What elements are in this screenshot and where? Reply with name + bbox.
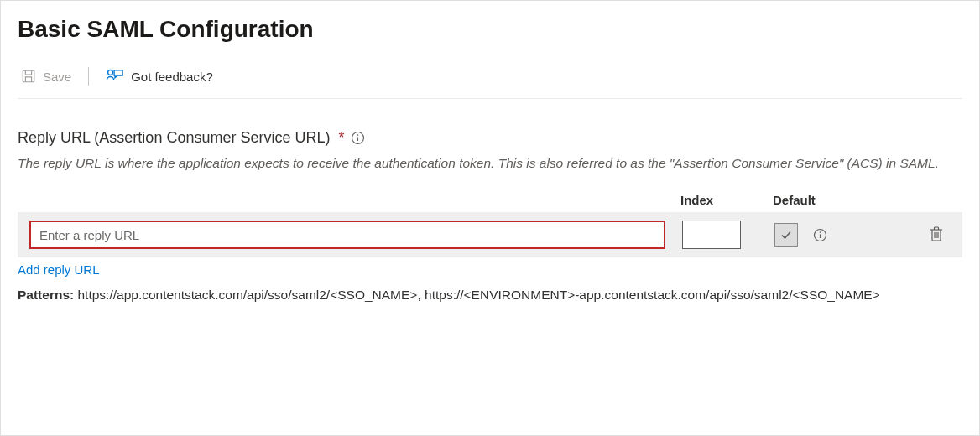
svg-point-7 xyxy=(820,231,821,233)
col-header-actions xyxy=(890,193,962,207)
required-marker: * xyxy=(338,129,344,147)
save-button[interactable]: Save xyxy=(18,67,75,86)
col-header-index: Index xyxy=(680,193,756,207)
svg-point-1 xyxy=(108,70,113,75)
col-header-url xyxy=(18,193,664,207)
default-cell xyxy=(774,223,875,247)
info-icon[interactable] xyxy=(813,228,827,242)
toolbar: Save Got feedback? xyxy=(18,66,962,99)
default-checkbox[interactable] xyxy=(774,223,798,247)
table-headers: Index Default xyxy=(18,193,962,212)
toolbar-separator xyxy=(88,67,89,86)
actions-cell xyxy=(892,222,951,248)
feedback-icon xyxy=(106,68,124,85)
col-header-default: Default xyxy=(773,193,873,207)
trash-icon xyxy=(929,226,944,242)
save-icon xyxy=(21,69,36,84)
section-heading-text: Reply URL (Assertion Consumer Service UR… xyxy=(18,129,330,147)
patterns-label: Patterns: xyxy=(18,288,74,302)
feedback-button[interactable]: Got feedback? xyxy=(102,66,216,86)
patterns-line: Patterns: https://app.contentstack.com/a… xyxy=(18,285,941,305)
feedback-label: Got feedback? xyxy=(131,70,213,84)
svg-point-4 xyxy=(357,134,359,136)
add-reply-url-link[interactable]: Add reply URL xyxy=(18,262,100,277)
delete-row-button[interactable] xyxy=(925,222,947,248)
section-heading: Reply URL (Assertion Consumer Service UR… xyxy=(18,129,962,147)
section-description: The reply URL is where the application e… xyxy=(18,153,941,173)
reply-url-input[interactable] xyxy=(29,221,665,249)
save-label: Save xyxy=(43,70,71,84)
table-row xyxy=(18,212,962,257)
patterns-value: https://app.contentstack.com/api/sso/sam… xyxy=(78,288,880,302)
config-panel: Basic SAML Configuration Save Go xyxy=(0,0,980,436)
svg-rect-0 xyxy=(23,70,34,82)
page-title: Basic SAML Configuration xyxy=(18,16,962,43)
index-input[interactable] xyxy=(682,221,741,249)
info-icon[interactable] xyxy=(351,131,365,145)
